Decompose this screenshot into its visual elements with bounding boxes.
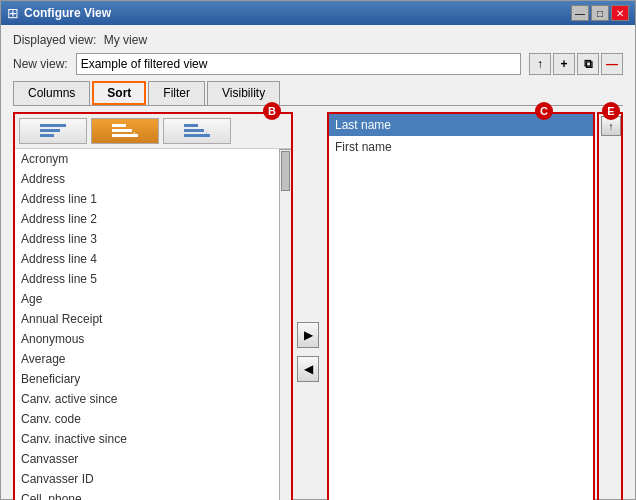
add-to-right-button[interactable]: ▶: [297, 322, 319, 348]
list-item[interactable]: Cell. phone: [15, 489, 279, 500]
right-list-item[interactable]: First name: [329, 136, 593, 158]
right-list[interactable]: Last name First name: [329, 114, 593, 500]
main-area: ↑ ↓ B: [13, 112, 623, 500]
tabs-row: Columns Sort Filter Visibility: [13, 81, 623, 106]
sort-desc-button[interactable]: ↓: [163, 118, 231, 144]
sort-asc-button[interactable]: ↑: [91, 118, 159, 144]
svg-rect-4: [112, 129, 132, 132]
annotation-c: C: [535, 102, 553, 120]
tab-filter[interactable]: Filter: [148, 81, 205, 105]
window-title: Configure View: [24, 6, 111, 20]
new-view-label: New view:: [13, 57, 68, 71]
remove-from-right-button[interactable]: ◀: [297, 356, 319, 382]
svg-rect-7: [184, 124, 198, 127]
list-item[interactable]: Average: [15, 349, 279, 369]
right-panel-inner: C Last name First name: [327, 112, 595, 500]
annotation-b: B: [263, 102, 281, 120]
move-up-view-button[interactable]: ↑: [529, 53, 551, 75]
list-item[interactable]: Anonymous: [15, 329, 279, 349]
svg-rect-8: [184, 129, 204, 132]
list-item[interactable]: Address line 1: [15, 189, 279, 209]
annotation-e: E: [602, 102, 620, 120]
svg-rect-2: [40, 134, 54, 137]
right-panel-wrapper: C Last name First name E ↑ D: [327, 112, 623, 500]
title-bar: ⊞ Configure View — □ ✕: [1, 1, 635, 25]
svg-text:↑: ↑: [132, 129, 137, 139]
title-bar-left: ⊞ Configure View: [7, 5, 111, 21]
right-list-item[interactable]: Last name: [329, 114, 593, 136]
list-item[interactable]: Address line 4: [15, 249, 279, 269]
list-item[interactable]: Age: [15, 289, 279, 309]
window-icon: ⊞: [7, 5, 19, 21]
left-panel-wrapper: ↑ ↓ B: [13, 112, 293, 500]
displayed-view-row: Displayed view: My view: [13, 33, 623, 47]
configure-view-window: ⊞ Configure View — □ ✕ Displayed view: M…: [0, 0, 636, 500]
duplicate-view-button[interactable]: ⧉: [577, 53, 599, 75]
tab-columns[interactable]: Columns: [13, 81, 90, 105]
list-item[interactable]: Beneficiary: [15, 369, 279, 389]
view-buttons: ↑ + ⧉ —: [529, 53, 623, 75]
left-panel-inner: Acronym Address Address line 1 Address l…: [15, 149, 291, 500]
list-item[interactable]: Annual Receipt: [15, 309, 279, 329]
new-view-row: New view: ↑ + ⧉ —: [13, 53, 623, 75]
list-item[interactable]: Address line 5: [15, 269, 279, 289]
scrollbar[interactable]: [279, 149, 291, 500]
svg-rect-1: [40, 129, 60, 132]
list-item[interactable]: Canv. active since: [15, 389, 279, 409]
list-item[interactable]: Canv. code: [15, 409, 279, 429]
title-controls: — □ ✕: [571, 5, 629, 21]
list-item[interactable]: Address line 3: [15, 229, 279, 249]
list-item[interactable]: Acronym: [15, 149, 279, 169]
svg-rect-0: [40, 124, 66, 127]
list-item[interactable]: Canv. inactive since: [15, 429, 279, 449]
tab-sort[interactable]: Sort: [92, 81, 146, 105]
list-item[interactable]: Address line 2: [15, 209, 279, 229]
add-view-button[interactable]: +: [553, 53, 575, 75]
svg-rect-5: [112, 124, 126, 127]
list-item[interactable]: Canvasser ID: [15, 469, 279, 489]
sort-icons-row: ↑ ↓ B: [15, 114, 291, 149]
transfer-buttons: ▶ ◀ F: [293, 112, 323, 500]
displayed-view-value: My view: [104, 33, 147, 47]
list-item[interactable]: Address: [15, 169, 279, 189]
new-view-input[interactable]: [76, 53, 521, 75]
left-list[interactable]: Acronym Address Address line 1 Address l…: [15, 149, 279, 500]
list-item[interactable]: Canvasser: [15, 449, 279, 469]
remove-view-button[interactable]: —: [601, 53, 623, 75]
sort-default-button[interactable]: [19, 118, 87, 144]
close-button[interactable]: ✕: [611, 5, 629, 21]
content-area: Displayed view: My view New view: ↑ + ⧉ …: [1, 25, 635, 500]
displayed-view-label: Displayed view: My view: [13, 33, 147, 47]
minimize-button[interactable]: —: [571, 5, 589, 21]
maximize-button[interactable]: □: [591, 5, 609, 21]
svg-text:↓: ↓: [204, 129, 209, 139]
